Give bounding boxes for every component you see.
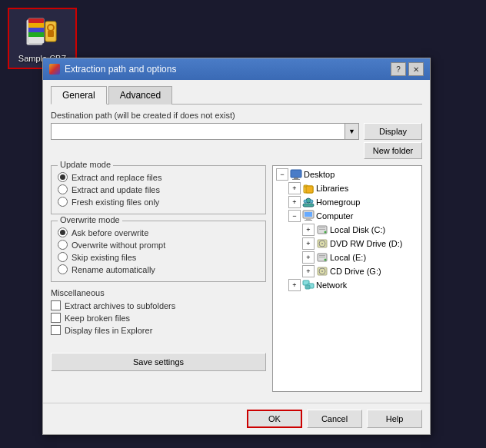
overwrite-radio-circle-2 bbox=[58, 252, 68, 262]
overwrite-radio-2[interactable]: Skip existing files bbox=[58, 252, 259, 262]
help-button[interactable]: Help bbox=[367, 410, 422, 428]
new-folder-button[interactable]: New folder bbox=[364, 142, 422, 159]
display-button[interactable]: Display bbox=[364, 123, 422, 140]
dialog-titlebar: Extraction path and options ? ✕ bbox=[43, 58, 430, 80]
svg-rect-4 bbox=[28, 28, 44, 32]
tree-expand-disk-c[interactable]: + bbox=[302, 224, 315, 236]
svg-rect-6 bbox=[28, 37, 44, 43]
dialog-title-left: Extraction path and options bbox=[49, 64, 176, 75]
app-icon-image bbox=[24, 14, 61, 51]
tree-label-libraries: Libraries bbox=[316, 184, 348, 193]
overwrite-radio-0[interactable]: Ask before overwrite bbox=[58, 227, 259, 237]
update-mode-title: Update mode bbox=[58, 160, 113, 169]
overwrite-radio-label-1: Overwrite without prompt bbox=[72, 241, 165, 250]
tree-expand-local-e[interactable]: + bbox=[302, 251, 315, 264]
dvd-d-icon bbox=[316, 237, 328, 250]
update-radio-circle-1 bbox=[58, 184, 68, 194]
save-settings-button[interactable]: Save settings bbox=[51, 353, 266, 371]
dialog-title-buttons: ? ✕ bbox=[391, 62, 424, 76]
tree-expand-homegroup[interactable]: + bbox=[288, 196, 301, 208]
update-radio-2[interactable]: Fresh existing files only bbox=[58, 197, 259, 207]
tree-expand-network[interactable]: + bbox=[288, 279, 301, 291]
tree-label-local-e: Local (E:) bbox=[330, 253, 366, 262]
tree-item-libraries[interactable]: + Libraries bbox=[275, 181, 420, 195]
overwrite-mode-title: Overwrite mode bbox=[58, 215, 122, 224]
tab-general[interactable]: General bbox=[51, 86, 107, 105]
svg-point-37 bbox=[321, 270, 323, 272]
tree-item-dvd-d[interactable]: + DVD RW Drive (D:) bbox=[275, 237, 420, 251]
svg-rect-10 bbox=[291, 170, 301, 178]
misc-checkbox-0 bbox=[51, 300, 61, 310]
dialog-title-icon bbox=[49, 64, 60, 75]
main-content: Update mode Extract and replace files Ex… bbox=[51, 165, 422, 392]
misc-checkbox-label-2: Display files in Explorer bbox=[65, 326, 152, 335]
tree-item-disk-c[interactable]: + Local Disk (C:) bbox=[275, 223, 420, 237]
tree-item-desktop[interactable]: − Desktop bbox=[275, 168, 420, 181]
overwrite-radio-label-0: Ask before overwrite bbox=[72, 228, 148, 237]
extraction-dialog: Extraction path and options ? ✕ General … bbox=[42, 58, 431, 435]
tree-label-desktop: Desktop bbox=[304, 170, 335, 179]
svg-rect-2 bbox=[28, 18, 44, 23]
overwrite-radio-3[interactable]: Rename automatically bbox=[58, 264, 259, 274]
misc-check-0[interactable]: Extract archives to subfolders bbox=[51, 300, 266, 310]
svg-rect-25 bbox=[319, 227, 325, 228]
overwrite-radio-circle-0 bbox=[58, 227, 68, 237]
ok-button[interactable]: OK bbox=[247, 410, 302, 428]
tree-item-homegroup[interactable]: + Homegroup bbox=[275, 195, 420, 209]
tree-item-computer[interactable]: − Computer bbox=[275, 209, 420, 223]
tree-expand-cd-g[interactable]: + bbox=[302, 265, 315, 277]
misc-checkbox-label-1: Keep broken files bbox=[65, 314, 130, 323]
svg-rect-33 bbox=[319, 257, 325, 257]
dialog-title-text: Extraction path and options bbox=[65, 64, 176, 75]
tree-label-computer: Computer bbox=[316, 211, 353, 221]
svg-rect-12 bbox=[292, 179, 300, 180]
tree-expand-desktop[interactable]: − bbox=[276, 168, 288, 181]
overwrite-mode-content: Ask before overwrite Overwrite without p… bbox=[58, 227, 259, 274]
tree-expand-computer[interactable]: − bbox=[288, 210, 301, 222]
overwrite-radio-circle-1 bbox=[58, 240, 68, 250]
destination-input-wrap: ▼ bbox=[51, 123, 359, 159]
tree-item-local-e[interactable]: + Local (E:) bbox=[275, 251, 420, 264]
misc-check-2[interactable]: Display files in Explorer bbox=[51, 325, 266, 335]
overwrite-radio-1[interactable]: Overwrite without prompt bbox=[58, 240, 259, 250]
libraries-icon bbox=[302, 182, 315, 194]
svg-rect-3 bbox=[28, 23, 44, 28]
desktop-icon bbox=[290, 168, 302, 181]
network-icon bbox=[302, 279, 315, 291]
svg-point-17 bbox=[304, 200, 307, 203]
misc-checkbox-2 bbox=[51, 325, 61, 335]
tree-item-cd-g[interactable]: + CD Drive (G:) bbox=[275, 264, 420, 278]
update-radio-0[interactable]: Extract and replace files bbox=[58, 172, 259, 182]
cancel-button[interactable]: Cancel bbox=[307, 410, 362, 428]
tree-label-network: Network bbox=[316, 280, 347, 290]
svg-rect-5 bbox=[28, 32, 44, 37]
overwrite-mode-group: Overwrite mode Ask before overwrite Over… bbox=[51, 221, 266, 282]
overwrite-radio-circle-3 bbox=[58, 264, 68, 274]
misc-checkbox-1 bbox=[51, 313, 61, 323]
destination-dropdown-button[interactable]: ▼ bbox=[345, 123, 359, 140]
update-radio-1[interactable]: Extract and update files bbox=[58, 184, 259, 194]
folder-tree: − Desktop + bbox=[273, 166, 421, 294]
close-title-button[interactable]: ✕ bbox=[408, 62, 424, 76]
tree-item-network[interactable]: + Network bbox=[275, 278, 420, 292]
svg-point-34 bbox=[325, 259, 327, 261]
svg-rect-26 bbox=[319, 229, 325, 230]
tab-advanced[interactable]: Advanced bbox=[108, 86, 172, 105]
tree-expand-dvd-d[interactable]: + bbox=[302, 237, 315, 250]
svg-point-27 bbox=[325, 231, 327, 234]
svg-rect-19 bbox=[303, 204, 314, 207]
misc-check-1[interactable]: Keep broken files bbox=[51, 313, 266, 323]
left-panel: Update mode Extract and replace files Ex… bbox=[51, 165, 266, 392]
help-title-button[interactable]: ? bbox=[391, 62, 406, 76]
destination-label: Destination path (will be created if doe… bbox=[51, 111, 422, 120]
svg-point-30 bbox=[321, 243, 323, 244]
tree-expand-libraries[interactable]: + bbox=[288, 182, 301, 194]
local-e-icon bbox=[316, 251, 328, 264]
update-radio-circle-2 bbox=[58, 197, 68, 207]
computer-icon bbox=[302, 210, 315, 222]
destination-path-input[interactable] bbox=[51, 123, 345, 140]
svg-rect-11 bbox=[294, 178, 298, 179]
folder-tree-panel[interactable]: − Desktop + bbox=[272, 165, 422, 392]
miscellaneous-title: Miscellaneous bbox=[51, 288, 266, 297]
svg-rect-32 bbox=[319, 255, 325, 256]
